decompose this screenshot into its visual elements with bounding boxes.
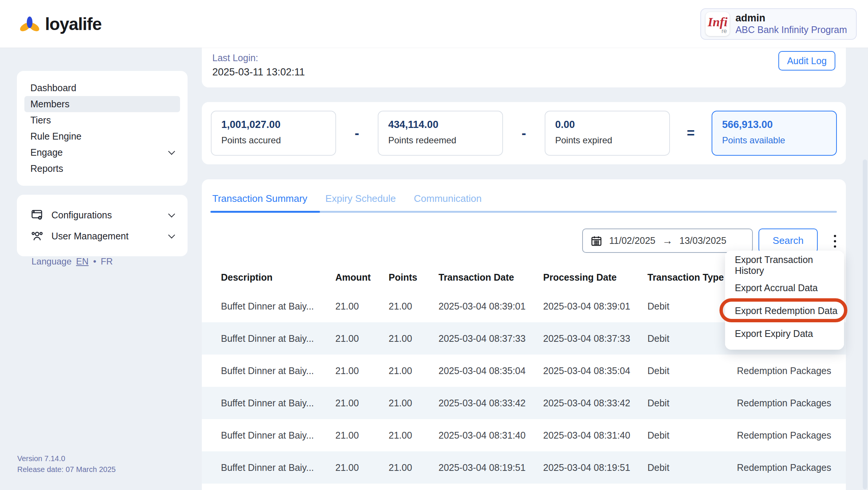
language-label: Language bbox=[32, 256, 72, 267]
chevron-down-icon bbox=[168, 231, 175, 238]
table-row: Buffet Dinner at Baiy... 21.00 21.00 202… bbox=[202, 451, 846, 484]
sidebar-item-tiers[interactable]: Tiers bbox=[24, 112, 180, 128]
points-expired-card: 0.00 Points expired bbox=[545, 111, 670, 156]
language-option-fr[interactable]: FR bbox=[101, 256, 113, 267]
search-button[interactable]: Search bbox=[758, 228, 818, 253]
points-redeemed-value: 434,114.00 bbox=[388, 119, 493, 131]
column-header-processing-date: Processing Date bbox=[543, 272, 647, 283]
column-header-amount: Amount bbox=[335, 272, 389, 283]
sidebar-item-configurations[interactable]: Configurations bbox=[24, 204, 180, 225]
date-range-picker[interactable]: 11/02/2025 → 13/03/2025 bbox=[582, 228, 753, 253]
last-login-label: Last Login: bbox=[212, 53, 258, 63]
points-summary: 1,001,027.00 Points accured - 434,114.00… bbox=[202, 102, 846, 164]
points-accrued-label: Points accured bbox=[221, 135, 326, 146]
calendar-icon bbox=[590, 235, 602, 247]
date-from-input[interactable]: 11/02/2025 bbox=[609, 235, 655, 246]
chevron-down-icon bbox=[168, 148, 175, 155]
last-login-value: 2025-03-11 13:02:11 bbox=[212, 66, 305, 78]
points-accrued-card: 1,001,027.00 Points accured bbox=[211, 111, 336, 156]
menu-item-export-expiry-data[interactable]: Export Expiry Data bbox=[725, 322, 844, 345]
language-option-en[interactable]: EN bbox=[76, 256, 89, 267]
tab-expiry-schedule[interactable]: Expiry Schedule bbox=[325, 193, 396, 208]
points-expired-value: 0.00 bbox=[555, 119, 659, 131]
column-header-description: Description bbox=[221, 272, 335, 283]
app-header: loyalife Infi re admin ABC Bank Infinity… bbox=[0, 0, 868, 48]
export-menu: Export Transaction History Export Accrua… bbox=[725, 251, 844, 350]
member-summary-card: Last Login: 2025-03-11 13:02:11 Audit Lo… bbox=[202, 48, 846, 87]
points-redeemed-label: Points redeemed bbox=[388, 135, 493, 146]
date-to-input[interactable]: 13/03/2025 bbox=[679, 235, 726, 246]
language-selector: Language EN • FR bbox=[32, 256, 113, 267]
points-accrued-value: 1,001,027.00 bbox=[221, 119, 326, 131]
points-expired-label: Points expired bbox=[555, 135, 659, 146]
sidebar-item-rule-engine[interactable]: Rule Engine bbox=[24, 128, 180, 144]
menu-item-export-transaction-history[interactable]: Export Transaction History bbox=[725, 254, 844, 277]
program-logo-text: Infi bbox=[708, 15, 728, 29]
account-program: ABC Bank Infinity Program bbox=[736, 24, 847, 35]
sidebar-item-members[interactable]: Members bbox=[24, 96, 180, 112]
user-management-icon bbox=[30, 229, 44, 243]
sidebar-item-dashboard[interactable]: Dashboard bbox=[24, 80, 180, 96]
sidebar-item-reports[interactable]: Reports bbox=[24, 161, 180, 177]
table-row: Buffet Dinner at Baiy... 21.00 21.00 202… bbox=[202, 355, 846, 387]
program-logo: Infi re bbox=[706, 12, 730, 36]
equals-operator: = bbox=[670, 125, 712, 141]
lotus-icon bbox=[19, 13, 41, 35]
release-date: Release date: 07 March 2025 bbox=[17, 464, 116, 475]
tab-underline-track bbox=[210, 211, 837, 213]
column-header-transaction-type: Transaction Type bbox=[647, 272, 727, 283]
menu-item-export-accrual-data[interactable]: Export Accrual Data bbox=[725, 277, 844, 299]
version-number: Version 7.14.0 bbox=[17, 453, 116, 464]
table-row: Buffet Dinner at Baiy... 21.00 21.00 202… bbox=[202, 419, 846, 451]
minus-operator: - bbox=[503, 125, 545, 141]
column-header-points: Points bbox=[389, 272, 439, 283]
program-logo-subtext: re bbox=[721, 28, 727, 35]
points-redeemed-card: 434,114.00 Points redeemed bbox=[378, 111, 503, 156]
version-info: Version 7.14.0 Release date: 07 March 20… bbox=[17, 453, 116, 475]
more-actions-kebab-icon[interactable] bbox=[827, 232, 842, 251]
tab-active-underline bbox=[210, 211, 320, 213]
tab-transaction-summary[interactable]: Transaction Summary bbox=[212, 193, 307, 208]
points-available-card: 566,913.00 Points available bbox=[712, 111, 837, 156]
table-row: Buffet Dinner at Baiy... 21.00 21.00 202… bbox=[202, 387, 846, 419]
sidebar-item-user-management[interactable]: User Management bbox=[24, 225, 180, 247]
language-separator: • bbox=[93, 256, 96, 267]
points-available-value: 566,913.00 bbox=[722, 119, 826, 131]
account-name: admin bbox=[736, 12, 847, 24]
audit-log-button[interactable]: Audit Log bbox=[778, 51, 835, 71]
sidebar-secondary-nav: Configurations User Management bbox=[17, 195, 188, 256]
points-available-label: Points available bbox=[722, 135, 826, 146]
tab-bar: Transaction Summary Expiry Schedule Comm… bbox=[212, 193, 482, 208]
loyalife-logo: loyalife bbox=[19, 13, 102, 35]
configurations-icon bbox=[30, 208, 44, 222]
minus-operator: - bbox=[336, 125, 378, 141]
sidebar-main-nav: Dashboard Members Tiers Rule Engine Enga… bbox=[17, 71, 188, 186]
chevron-down-icon bbox=[168, 210, 175, 217]
logo-text: loyalife bbox=[45, 14, 102, 34]
date-range-arrow-icon: → bbox=[662, 235, 673, 247]
account-badge[interactable]: Infi re admin ABC Bank Infinity Program bbox=[700, 8, 857, 40]
vertical-scrollbar[interactable] bbox=[863, 159, 867, 489]
sidebar-item-engage[interactable]: Engage bbox=[24, 144, 180, 161]
tab-communication[interactable]: Communication bbox=[414, 193, 482, 208]
column-header-transaction-date: Transaction Date bbox=[439, 272, 543, 283]
menu-item-export-redemption-data[interactable]: Export Redemption Data bbox=[725, 299, 844, 322]
account-info: admin ABC Bank Infinity Program bbox=[736, 12, 847, 35]
